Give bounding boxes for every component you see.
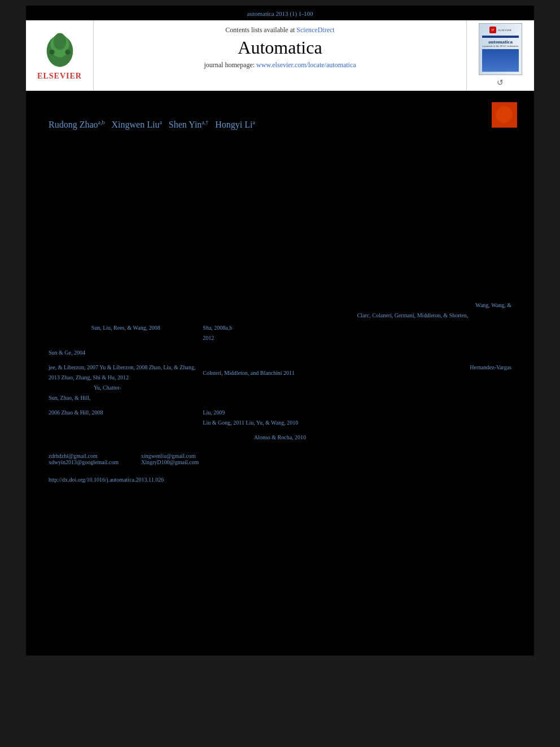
paper-content: Rudong Zhaoa,b Xingwen Liua Shen Yina,† … [26, 91, 534, 656]
hernandez-ref[interactable]: Hernandez-Vargas [470, 364, 511, 370]
author-liu[interactable]: Xingwen Liua [112, 120, 164, 129]
email2-alt[interactable]: XingryD100@gmail.com [141, 459, 199, 465]
zhao-ref[interactable]: 2013 Zhao, Zhang, Shi & Hu, 2012 [49, 374, 129, 381]
journal-homepage: journal homepage: www.elsevier.com/locat… [105, 61, 455, 69]
sun-ge-ref[interactable]: Sun & Ge, 2004 [49, 350, 85, 356]
doi-link[interactable]: http://dx.doi.org/10.1016/j.automatica.2… [49, 477, 511, 483]
sun-zhao-ref[interactable]: Sun, Zhao, & Hill, [49, 395, 90, 401]
top-banner: automatica 2013 (1) 1-100 [26, 6, 534, 20]
journal-header: ELSEVIER Contents lists available at Sci… [26, 20, 534, 91]
page-container: automatica 2013 (1) 1-100 [26, 6, 534, 656]
clarc-ref: Clarc, Colaneri, Germani, Middleton, & S… [357, 309, 511, 320]
elsevier-tree-icon [37, 30, 82, 69]
journal-cover-image: IF ELSEVIER automatica a journal of the … [479, 23, 522, 75]
top-banner-link[interactable]: automatica 2013 (1) 1-100 [247, 10, 313, 17]
journal-cover-area: IF ELSEVIER automatica a journal of the … [466, 20, 534, 90]
colnteri-ref[interactable]: Colnteri, Middleton, and Blanchini 2011 [203, 370, 294, 376]
jee-ref[interactable]: jee, & Liberzon, 2007 Yu & Liberzon, 200… [49, 364, 195, 370]
zhan-ref[interactable]: 2006 Zhao & Hill, 2008 [49, 409, 103, 416]
elsevier-logo: ELSEVIER [37, 30, 82, 81]
email1[interactable]: zdrhdzhi@gmail.com [49, 453, 98, 459]
author-li[interactable]: Hongyi Lia [215, 120, 255, 129]
svg-point-9 [496, 106, 513, 123]
alonso-ref[interactable]: Alonso & Rocha, 2010 [254, 434, 306, 440]
journal-title: Automatica [105, 37, 455, 58]
jee-ref-text: jee, & Liberzon, 2007 Yu & Liberzon, 200… [49, 364, 195, 381]
clarc-ref-link[interactable]: Clarc, Colaneri, Germani, Middleton, & S… [357, 312, 469, 318]
sha-ref[interactable]: Sha, 2008a,b [203, 325, 232, 331]
sha-year[interactable]: 2012 [203, 335, 214, 341]
journal-header-center: Contents lists available at ScienceDirec… [94, 20, 466, 90]
authors-area: Rudong Zhaoa,b Xingwen Liua Shen Yina,† … [43, 102, 517, 141]
svg-point-6 [47, 46, 51, 50]
wang-ref-right: Wang, Wang, & [357, 299, 511, 309]
yu-chatter-ref[interactable]: Yu, Chatter- [94, 385, 121, 391]
liu-ref[interactable]: Liu, 2009 [203, 409, 225, 416]
svg-point-3 [53, 33, 65, 50]
authors-line: Rudong Zhaoa,b Xingwen Liua Shen Yina,† … [49, 119, 511, 130]
sun-liu-ref[interactable]: Sun, Liu, Rees, & Wang, 2008 [91, 325, 160, 331]
wang-ref[interactable]: Wang, Wang, & [475, 302, 511, 308]
journal-homepage-link[interactable]: www.elsevier.com/locate/automatica [256, 61, 356, 69]
svg-point-7 [68, 46, 72, 50]
email2[interactable]: xingwenliu@gmail.com [141, 453, 196, 459]
article-icon [492, 102, 517, 128]
elsevier-logo-area: ELSEVIER [26, 20, 94, 90]
abstract-area [43, 141, 517, 299]
email1-alt[interactable]: xdwyin2013@googlemail.com [49, 459, 119, 465]
science-direct-link[interactable]: ScienceDirect [296, 26, 334, 34]
refresh-icon[interactable]: ↺ [497, 78, 504, 88]
contents-line: Contents lists available at ScienceDirec… [105, 26, 455, 34]
author-zhao[interactable]: Rudong Zhaoa,b [49, 120, 107, 129]
references-section: Sun, Liu, Rees, & Wang, 2008 Sha, 2008a,… [43, 299, 517, 483]
author-yin[interactable]: Shen Yina,† [169, 120, 211, 129]
email-section: zdrhdzhi@gmail.com xdwyin2013@googlemail… [49, 453, 511, 465]
liu-gong-ref[interactable]: Liu & Gong, 2011 Liu, Yu, & Wang, 2010 [203, 420, 298, 426]
elsevier-brand: ELSEVIER [37, 72, 82, 81]
